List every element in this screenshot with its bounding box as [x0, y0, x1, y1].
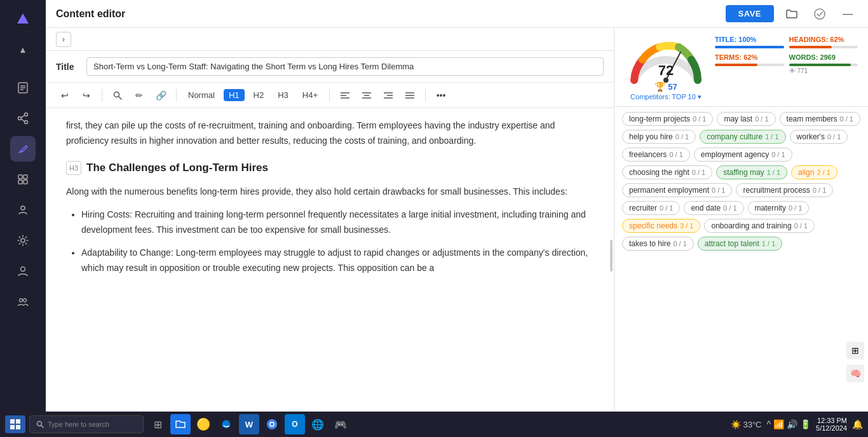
- trophy-area: 🏆 57: [654, 81, 677, 92]
- panel-side-icons: ⊞ 🧠: [843, 338, 868, 386]
- chevron-up-icon[interactable]: ^: [766, 419, 771, 429]
- title-metric: TITLE: 100%: [715, 36, 784, 48]
- competitors-label[interactable]: Competitors: TOP 10 ▾: [630, 93, 702, 101]
- format-h2-button[interactable]: H2: [248, 89, 269, 101]
- toolbar-separator-4: [425, 89, 426, 102]
- tag-item[interactable]: help you hire 0 / 1: [622, 130, 696, 144]
- taskbar-clock[interactable]: 12:33 PM 5/12/2024: [816, 417, 847, 432]
- tag-item[interactable]: takes to hire 0 / 1: [622, 237, 694, 251]
- check-icon[interactable]: [810, 4, 830, 24]
- sidebar-logo[interactable]: [10, 6, 36, 32]
- tag-item[interactable]: recruiter 0 / 1: [622, 201, 680, 215]
- expand-button[interactable]: ›: [56, 32, 71, 47]
- sidebar-tasks-icon[interactable]: [10, 167, 36, 192]
- tag-item[interactable]: choosing the right 0 / 1: [622, 165, 712, 179]
- svg-point-45: [271, 423, 274, 426]
- editor-toolbar: ↩ ↪ ✏ 🔗 Normal H1 H2 H3 H4+: [46, 83, 614, 108]
- title-metric-label: TITLE: 100%: [715, 36, 784, 43]
- taskbar-google[interactable]: 🌐: [308, 414, 328, 434]
- terms-metric-label: TERMS: 62%: [715, 53, 784, 61]
- tag-item[interactable]: onboarding and training 0 / 1: [704, 219, 815, 233]
- sidebar-share-icon[interactable]: [10, 106, 36, 131]
- taskbar-search[interactable]: Type here to search: [29, 415, 144, 433]
- tag-item[interactable]: employment agency 0 / 1: [694, 148, 792, 162]
- section-heading: H3 The Challenges of Long-Term Hires: [66, 159, 593, 177]
- topbar: Content editor SAVE —: [46, 0, 868, 28]
- format-h1-button[interactable]: H1: [224, 89, 245, 101]
- tag-item[interactable]: company culture 1 / 1: [700, 130, 785, 144]
- sidebar-user-icon[interactable]: [10, 258, 36, 284]
- network-icon[interactable]: 📶: [773, 419, 784, 429]
- taskbar-word[interactable]: W: [239, 414, 259, 434]
- svg-rect-39: [10, 425, 15, 429]
- svg-line-8: [21, 119, 24, 121]
- edit-button[interactable]: ✏: [130, 87, 148, 104]
- taskbar-chrome-blue[interactable]: [262, 414, 282, 434]
- title-input[interactable]: [86, 57, 604, 76]
- sidebar-pages-icon[interactable]: [10, 75, 36, 101]
- tag-item[interactable]: attract top talent 1 / 1: [698, 237, 782, 251]
- words-bar: [789, 64, 851, 66]
- tag-item[interactable]: freelancers 0 / 1: [622, 148, 690, 162]
- tag-item[interactable]: may last 0 / 1: [717, 112, 775, 126]
- sidebar-up-icon[interactable]: ▲: [10, 37, 36, 62]
- redo-button[interactable]: ↪: [78, 87, 95, 104]
- sidebar-team-icon[interactable]: [10, 197, 36, 223]
- right-panel: 72 🏆 57 Competitors: TOP 10 ▾ TITLE: 100…: [614, 28, 868, 437]
- taskbar-chrome-yellow[interactable]: 🟡: [193, 414, 214, 434]
- format-h3-button[interactable]: H3: [273, 89, 294, 101]
- bullet-1: Hiring Costs: Recruiting and training lo…: [81, 207, 593, 238]
- search-button[interactable]: [109, 87, 126, 104]
- editor-content[interactable]: first, they can pile up the costs of re-…: [46, 108, 614, 437]
- grid-view-icon[interactable]: ⊞: [846, 342, 864, 359]
- taskbar-explorer[interactable]: [170, 414, 191, 434]
- taskbar-edge[interactable]: [216, 414, 236, 434]
- brain-icon[interactable]: 🧠: [846, 364, 864, 382]
- tag-item[interactable]: worker's 0 / 1: [790, 130, 848, 144]
- save-button[interactable]: SAVE: [726, 5, 774, 22]
- link-button[interactable]: 🔗: [152, 87, 170, 104]
- more-options-button[interactable]: •••: [432, 87, 450, 104]
- format-normal-button[interactable]: Normal: [183, 89, 220, 101]
- trophy-count: 57: [668, 82, 677, 92]
- tag-item[interactable]: specific needs 3 / 1: [622, 219, 700, 233]
- taskbar-outlook[interactable]: O: [285, 414, 305, 434]
- align-left-button[interactable]: [336, 87, 354, 104]
- undo-button[interactable]: ↩: [56, 87, 74, 104]
- battery-icon[interactable]: 🔋: [800, 419, 811, 429]
- score-area: 72 🏆 57 Competitors: TOP 10 ▾ TITLE: 100…: [614, 28, 868, 107]
- svg-point-41: [37, 422, 42, 426]
- align-justify-button[interactable]: [401, 87, 419, 104]
- tag-item[interactable]: maternity 0 / 1: [748, 201, 810, 215]
- speaker-icon[interactable]: 🔊: [787, 419, 797, 429]
- tag-item[interactable]: permanent employment 0 / 1: [622, 183, 732, 197]
- section-intro: Along with the numerous benefits long-te…: [66, 184, 593, 200]
- tag-item[interactable]: team members 0 / 1: [780, 112, 860, 126]
- taskbar-game[interactable]: 🎮: [330, 414, 351, 434]
- close-icon[interactable]: —: [837, 4, 858, 24]
- page-title: Content editor: [56, 8, 718, 20]
- align-right-button[interactable]: [379, 87, 397, 104]
- format-h4-button[interactable]: H4+: [297, 89, 323, 101]
- sidebar-settings-icon[interactable]: [10, 228, 36, 253]
- folder-icon[interactable]: [782, 4, 802, 24]
- taskbar-sys-icons: ^ 📶 🔊 🔋: [766, 419, 811, 429]
- tag-item[interactable]: staffing may 1 / 1: [716, 165, 787, 179]
- start-button[interactable]: [5, 415, 25, 433]
- editor-subbar: ›: [46, 28, 614, 51]
- scroll-indicator[interactable]: [610, 240, 613, 272]
- tag-item[interactable]: align 2 / 1: [791, 165, 837, 179]
- svg-point-14: [21, 206, 25, 210]
- sidebar-groups-icon[interactable]: [10, 289, 36, 314]
- title-row: Title: [46, 51, 614, 83]
- bullet-2: Adaptability to Change: Long-term employ…: [81, 246, 593, 276]
- taskbar-taskview[interactable]: ⊞: [147, 414, 168, 434]
- align-center-button[interactable]: [358, 87, 376, 104]
- svg-line-42: [41, 426, 43, 427]
- trophy-icon: 🏆: [654, 81, 665, 92]
- tag-item[interactable]: long-term projects 0 / 1: [622, 112, 713, 126]
- tag-item[interactable]: recruitment process 0 / 1: [736, 183, 833, 197]
- tag-item[interactable]: end date 0 / 1: [684, 201, 743, 215]
- sidebar-editor-icon[interactable]: [10, 136, 36, 162]
- notification-icon[interactable]: 🔔: [852, 419, 863, 429]
